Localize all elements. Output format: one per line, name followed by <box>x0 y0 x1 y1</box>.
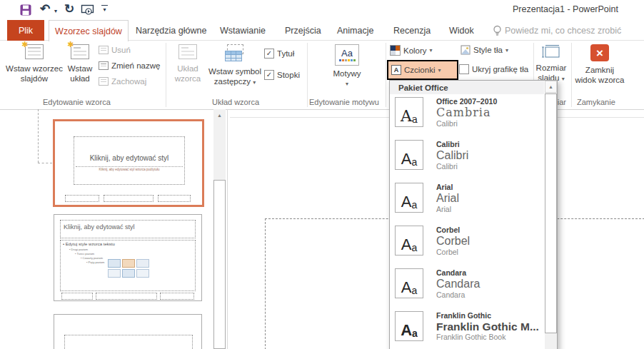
layout-body-line: • Edytuj style wzorca tekstu <box>61 241 195 246</box>
fonts-dropdown-menu: Pakiet Office Aa Office 2007–2010 Cambri… <box>389 80 558 349</box>
title-checkbox[interactable]: ✓ Tytuł <box>264 49 294 59</box>
scrollbar-thumb[interactable] <box>545 93 557 333</box>
font-theme-option[interactable]: Aa Calibri Calibri Calibri <box>395 140 468 171</box>
fonts-dropdown-header: Pakiet Office <box>390 81 544 94</box>
powerpoint-window: ↶ ▾ ↻ ▾ Prezentacja1 - PowerPoint Plik W… <box>0 0 644 349</box>
font-sample-icon: Aa <box>395 311 423 341</box>
font-theme-heading: Cambria <box>436 106 497 119</box>
master-title-placeholder: Kliknij, aby edytować styl Kliknij, aby … <box>74 136 185 185</box>
font-theme-name: Franklin Gothic <box>436 311 539 320</box>
footers-checkbox[interactable]: ✓ Stopki <box>264 70 300 80</box>
insert-placeholder-arrow: ▾ <box>253 79 256 86</box>
font-theme-option[interactable]: Aa Corbel Corbel Corbel <box>395 226 470 257</box>
fonts-label: Czcionki <box>404 66 435 74</box>
save-icon[interactable] <box>20 4 31 16</box>
close-master-view-button[interactable]: × Zamknij widok wzorca <box>575 44 625 86</box>
tab-home[interactable]: Narzędzia główne <box>136 26 206 36</box>
layout-thumbnail[interactable] <box>54 314 202 349</box>
master-layout-label2: wzorca <box>175 74 201 84</box>
start-presentation-icon[interactable] <box>81 4 95 16</box>
master-date-placeholder <box>65 195 99 202</box>
font-theme-body: Candara <box>436 290 480 300</box>
font-sample-icon: Aa <box>395 268 423 298</box>
tell-me-lightbulb-icon[interactable] <box>493 25 502 36</box>
insert-layout-icon: ✱ <box>71 44 89 59</box>
themes-button[interactable]: Aa Motywy ▾ <box>325 44 369 88</box>
layout-date-placeholder <box>61 293 93 300</box>
font-theme-option[interactable]: Aa Arial Arial Arial <box>395 183 459 214</box>
layout-body-line: • Drugi poziom <box>61 246 195 251</box>
insert-slide-master-button[interactable]: ✱ Wstaw wzorzec slajdów <box>6 44 63 84</box>
font-sample-icon: Aa <box>395 140 423 170</box>
master-title-text: Kliknij, aby edytować styl <box>74 154 184 162</box>
insert-placeholder-button[interactable]: Wstaw symbol zastępczy ▾ <box>207 44 263 87</box>
font-theme-heading: Corbel <box>436 235 470 248</box>
layout-thumbnail[interactable]: Kliknij, aby edytować styl • Edytuj styl… <box>54 214 202 301</box>
master-number-placeholder <box>158 195 191 202</box>
font-theme-body: Arial <box>436 205 459 214</box>
slide-size-label: Rozmiar <box>536 63 567 73</box>
layout-title-placeholder: Kliknij, aby edytować styl <box>60 220 196 238</box>
font-theme-option[interactable]: Aa Candara Candara Candara <box>395 268 480 300</box>
tab-insert[interactable]: Wstawianie <box>220 26 266 36</box>
background-styles-label: Style tła <box>473 46 503 54</box>
fonts-button[interactable]: A Czcionki ▾ <box>387 60 458 80</box>
close-master-view-icon: × <box>590 44 609 61</box>
group-separator <box>571 43 572 107</box>
preserve-button[interactable]: Zachowaj <box>99 77 146 86</box>
layout-number-placeholder <box>160 293 194 300</box>
insert-placeholder-label2: zastępczy ▾ <box>214 76 256 86</box>
rename-button[interactable]: Zmień nazwę <box>99 61 160 70</box>
font-theme-option[interactable]: Aa Office 2007–2010 Cambria Calibri <box>395 97 497 128</box>
font-theme-name: Calibri <box>436 140 468 149</box>
scrollbar-up-arrow[interactable]: ▲ <box>545 81 557 93</box>
colors-button[interactable]: Kolory ▾ <box>390 45 433 56</box>
master-layout-icon <box>178 44 197 59</box>
fonts-icon: A <box>391 65 401 75</box>
undo-dropdown-arrow[interactable]: ▾ <box>54 8 57 14</box>
tab-review[interactable]: Recenzja <box>393 26 431 36</box>
fonts-dropdown-header-label: Pakiet Office <box>390 84 448 92</box>
insert-layout-button[interactable]: ✱ Wstaw układ <box>64 44 96 84</box>
tab-transitions[interactable]: Przejścia <box>285 26 321 36</box>
delete-button[interactable]: Usuń <box>99 46 131 54</box>
insert-slide-master-label: Wstaw wzorzec <box>6 64 63 74</box>
tree-connector <box>38 109 39 163</box>
insert-slide-master-icon: ✱ <box>25 44 44 59</box>
fonts-dropdown-scrollbar[interactable]: ▲ <box>545 81 557 349</box>
tab-view[interactable]: Widok <box>449 26 474 36</box>
panel-divider <box>227 109 228 349</box>
tab-animations[interactable]: Animacje <box>337 26 373 36</box>
preserve-icon <box>99 77 109 86</box>
customize-qat-icon[interactable]: ▾ <box>101 5 108 13</box>
scrollbar-up-arrow[interactable]: ▲ <box>213 109 226 118</box>
background-styles-button[interactable]: Style tła ▾ <box>461 45 508 55</box>
master-layout-button[interactable]: Układ wzorca <box>170 44 206 84</box>
slide-size-button[interactable]: Rozmiar slajdu ▾ <box>532 44 570 84</box>
redo-icon[interactable]: ↻ <box>64 3 74 15</box>
group-label-edit-master: Edytowanie wzorca <box>43 98 111 106</box>
undo-icon[interactable]: ↶ <box>40 3 50 15</box>
colors-label: Kolory <box>403 46 427 55</box>
font-theme-option[interactable]: Aa Franklin Gothic Franklin Gothic M... … <box>395 311 539 342</box>
hide-background-graphics-box <box>459 64 469 74</box>
thumbnails-scrollbar[interactable]: ▲ <box>213 109 226 349</box>
font-sample-icon: Aa <box>395 183 423 213</box>
font-theme-body: Calibri <box>436 162 468 171</box>
font-theme-name: Office 2007–2010 <box>436 97 497 106</box>
slide-size-icon <box>542 44 560 60</box>
delete-icon <box>99 46 109 54</box>
rename-icon <box>99 61 109 70</box>
colors-arrow: ▾ <box>430 47 433 54</box>
font-theme-body: Franklin Gothic Book <box>436 333 539 342</box>
hide-background-graphics-checkbox[interactable]: Ukryj grafikę tła <box>459 64 528 74</box>
insert-placeholder-icon <box>225 44 245 64</box>
tab-slide-master[interactable]: Wzorzec slajdów <box>49 20 129 41</box>
tell-me-box[interactable]: Powiedz mi, co chcesz zrobić <box>505 26 621 36</box>
insert-layout-label: Wstaw <box>68 64 93 74</box>
slide-master-thumbnail[interactable]: Kliknij, aby edytować styl Kliknij, aby … <box>53 119 204 207</box>
close-master-view-label: Zamknij <box>585 65 614 75</box>
scrollbar-thumb[interactable] <box>213 180 226 349</box>
themes-label: Motywy <box>333 69 361 79</box>
tab-file[interactable]: Plik <box>7 20 44 41</box>
